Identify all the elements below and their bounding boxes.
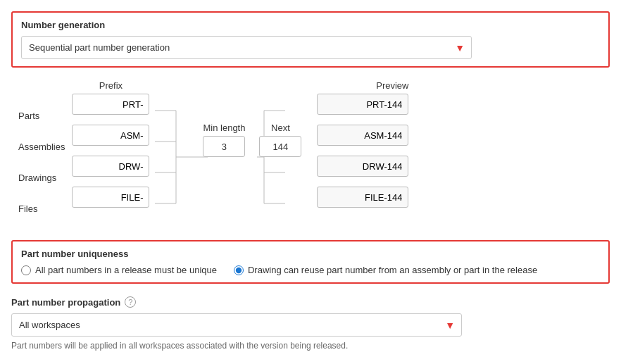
uniqueness-option-all[interactable]: All part numbers in a release must be un… [21, 265, 217, 275]
next-block: Next [259, 123, 301, 157]
row-label-files: Files [18, 193, 65, 224]
preview-drawings-input [317, 156, 408, 177]
min-length-block: Min length [203, 123, 245, 157]
prefix-parts-input[interactable] [72, 94, 149, 115]
uniqueness-option-drawing-label: Drawing can reuse part number from an as… [248, 265, 537, 275]
propagation-help-text: Part numbers will be applied in all work… [11, 341, 610, 351]
number-generation-dropdown-wrapper: Sequential part number generation ▼ [21, 36, 472, 59]
row-labels-col: Parts Assemblies Drawings Files [18, 80, 65, 224]
preview-col: Preview [317, 80, 408, 218]
next-input[interactable] [259, 136, 301, 157]
uniqueness-radio-all[interactable] [21, 265, 31, 275]
connector-area: Min length Next [155, 80, 310, 226]
row-label-assemblies: Assemblies [18, 131, 65, 162]
preview-assemblies-input [317, 125, 408, 146]
part-number-propagation-section: Part number propagation ? All workspaces… [11, 296, 610, 351]
uniqueness-radio-drawing[interactable] [234, 265, 244, 275]
min-length-input[interactable] [203, 136, 245, 157]
prefix-col: Prefix [72, 80, 149, 218]
number-generation-section: Number generation Sequential part number… [11, 11, 610, 68]
prefix-drawings-input[interactable] [72, 156, 149, 177]
preview-parts-input [317, 94, 408, 115]
prefix-header: Prefix [72, 80, 149, 91]
number-generation-select[interactable]: Sequential part number generation [21, 36, 472, 59]
uniqueness-option-drawing[interactable]: Drawing can reuse part number from an as… [234, 265, 537, 275]
propagation-dropdown-wrapper: All workspaces ▼ [11, 313, 462, 337]
row-label-drawings: Drawings [18, 162, 65, 193]
number-generation-label: Number generation [21, 20, 600, 30]
propagation-label-row: Part number propagation ? [11, 296, 610, 308]
preview-files-input [317, 187, 408, 208]
next-label: Next [271, 123, 290, 133]
propagation-select[interactable]: All workspaces [11, 313, 462, 337]
propagation-help-icon[interactable]: ? [125, 296, 136, 308]
uniqueness-option-all-label: All part numbers in a release must be un… [35, 265, 217, 275]
connector-svg [155, 100, 310, 224]
preview-header: Preview [317, 80, 408, 91]
uniqueness-radio-row: All part numbers in a release must be un… [21, 265, 600, 275]
row-label-parts: Parts [18, 100, 65, 131]
part-number-uniqueness-section: Part number uniqueness All part numbers … [11, 240, 610, 284]
prefix-files-input[interactable] [72, 187, 149, 208]
propagation-label: Part number propagation [11, 297, 120, 308]
prefix-assemblies-input[interactable] [72, 125, 149, 146]
min-length-label: Min length [203, 123, 245, 133]
uniqueness-label: Part number uniqueness [21, 249, 600, 259]
